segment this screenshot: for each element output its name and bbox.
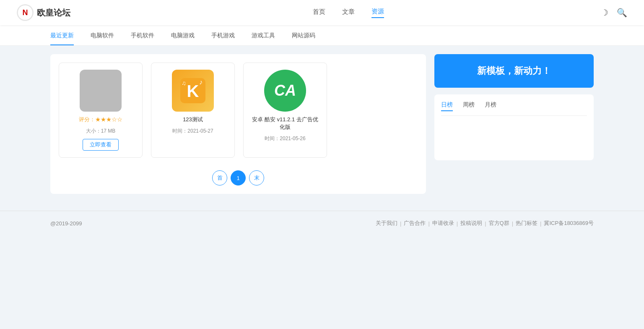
content-area: 评分：★★★☆☆ 大小：17 MB 立即查看 K ♪ ♫ 123测试 bbox=[50, 54, 426, 194]
theme-icon[interactable]: ☽ bbox=[601, 8, 608, 18]
cards-grid: 评分：★★★☆☆ 大小：17 MB 立即查看 K ♪ ♫ 123测试 bbox=[59, 63, 418, 158]
logo-icon: N bbox=[17, 4, 34, 21]
subnav-game-tool[interactable]: 游戏工具 bbox=[252, 25, 275, 45]
nav-item-home[interactable]: 首页 bbox=[313, 8, 325, 18]
card-3: CA 安卓 酷安 v11.2.1 去广告优化版 时间：2021-05-26 bbox=[243, 63, 327, 158]
card-3-icon-text: CA bbox=[274, 82, 296, 99]
card-2-time: 时间：2021-05-27 bbox=[172, 128, 213, 135]
header: N 欧皇论坛 首页 文章 资源 ☽ 🔍 bbox=[0, 0, 644, 25]
card-1: 评分：★★★☆☆ 大小：17 MB 立即查看 bbox=[59, 63, 143, 158]
rank-tab-monthly[interactable]: 月榜 bbox=[485, 101, 496, 111]
rank-tabs: 日榜 周榜 月榜 bbox=[441, 101, 587, 116]
footer-link-submit[interactable]: 投稿说明 bbox=[460, 219, 482, 227]
rank-content bbox=[441, 120, 587, 154]
card-3-image: CA bbox=[264, 70, 306, 112]
footer: @2019-2099 关于我们 | 广告合作 | 申请收录 | 投稿说明 | 官… bbox=[0, 211, 644, 235]
footer-link-qq[interactable]: 官方Q群 bbox=[489, 219, 509, 227]
footer-sep-2: | bbox=[428, 220, 429, 227]
footer-link-tags[interactable]: 热门标签 bbox=[516, 219, 538, 227]
footer-link-ad[interactable]: 广告合作 bbox=[404, 219, 426, 227]
subnav-web-source[interactable]: 网站源码 bbox=[292, 25, 315, 45]
svg-text:♪: ♪ bbox=[199, 78, 203, 86]
rank-tab-daily[interactable]: 日榜 bbox=[441, 101, 453, 111]
sidebar: 新模板，新动力！ 日榜 周榜 月榜 bbox=[434, 54, 594, 160]
card-3-time: 时间：2021-05-26 bbox=[265, 135, 305, 142]
logo-text: 欧皇论坛 bbox=[37, 7, 70, 18]
card-2: K ♪ ♫ 123测试 时间：2021-05-27 bbox=[151, 63, 235, 158]
subnav-mobile-software[interactable]: 手机软件 bbox=[131, 25, 154, 45]
main-layout: 评分：★★★☆☆ 大小：17 MB 立即查看 K ♪ ♫ 123测试 bbox=[0, 46, 644, 202]
pagination-page1[interactable]: 1 bbox=[231, 170, 246, 185]
footer-link-about[interactable]: 关于我们 bbox=[376, 219, 397, 227]
card-2-title: 123测试 bbox=[183, 116, 203, 123]
svg-text:N: N bbox=[23, 8, 28, 17]
card-1-image bbox=[80, 70, 122, 112]
pagination-last[interactable]: 末 bbox=[249, 170, 264, 185]
subnav-pc-software[interactable]: 电脑软件 bbox=[91, 25, 114, 45]
header-actions: ☽ 🔍 bbox=[601, 8, 627, 18]
pagination-first[interactable]: 首 bbox=[212, 170, 227, 185]
svg-text:K: K bbox=[187, 82, 199, 100]
subnav-mobile-game[interactable]: 手机游戏 bbox=[211, 25, 235, 45]
nav-item-article[interactable]: 文章 bbox=[342, 8, 355, 18]
footer-sep-1: | bbox=[400, 220, 401, 227]
logo-area[interactable]: N 欧皇论坛 bbox=[17, 4, 70, 21]
card-1-rating: 评分：★★★☆☆ bbox=[79, 116, 122, 123]
pagination: 首 1 末 bbox=[59, 170, 418, 185]
search-icon[interactable]: 🔍 bbox=[617, 8, 627, 18]
card-1-btn[interactable]: 立即查看 bbox=[83, 139, 119, 151]
subnav-pc-game[interactable]: 电脑游戏 bbox=[171, 25, 195, 45]
footer-sep-4: | bbox=[485, 220, 486, 227]
footer-sep-6: | bbox=[540, 220, 541, 227]
subnav-recent[interactable]: 最近更新 bbox=[50, 25, 74, 45]
footer-links: 关于我们 | 广告合作 | 申请收录 | 投稿说明 | 官方Q群 | 热门标签 … bbox=[376, 219, 594, 227]
sidebar-rank: 日榜 周榜 月榜 bbox=[434, 94, 594, 160]
footer-link-apply[interactable]: 申请收录 bbox=[432, 219, 454, 227]
card-1-size: 大小：17 MB bbox=[86, 128, 116, 135]
footer-sep-3: | bbox=[457, 220, 458, 227]
rank-tab-weekly[interactable]: 周榜 bbox=[463, 101, 475, 111]
subnav: 最近更新 电脑软件 手机软件 电脑游戏 手机游戏 游戏工具 网站源码 bbox=[0, 25, 644, 46]
footer-sep-5: | bbox=[512, 220, 513, 227]
nav-item-resource[interactable]: 资源 bbox=[371, 8, 384, 18]
svg-text:♫: ♫ bbox=[182, 80, 186, 86]
sidebar-banner[interactable]: 新模板，新动力！ bbox=[434, 54, 594, 88]
footer-copyright: @2019-2099 bbox=[50, 220, 82, 227]
card-3-title: 安卓 酷安 v11.2.1 去广告优化版 bbox=[250, 116, 320, 131]
main-nav: 首页 文章 资源 bbox=[96, 8, 601, 18]
card-2-image: K ♪ ♫ bbox=[172, 70, 214, 112]
footer-link-icp[interactable]: 冀ICP备18036869号 bbox=[544, 219, 594, 227]
